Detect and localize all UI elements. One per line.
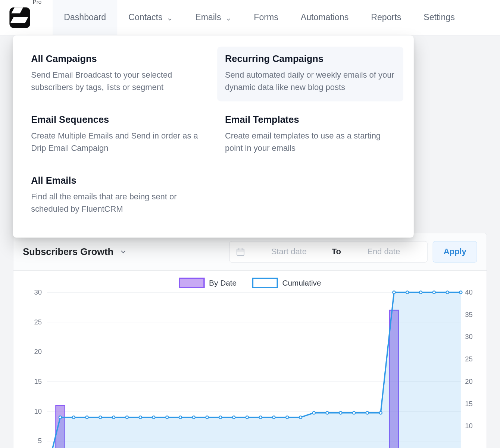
emails-dropdown: All CampaignsSend Email Broadcast to you… [13,35,414,238]
svg-text:5: 5 [38,437,42,445]
svg-text:30: 30 [34,290,42,296]
card-title-select[interactable]: Subscribers Growth [23,246,127,258]
svg-point-32 [139,416,141,419]
svg-point-31 [126,416,128,419]
svg-point-45 [313,411,315,414]
svg-text:15: 15 [465,400,473,408]
svg-point-29 [99,416,101,419]
svg-point-35 [179,416,182,419]
svg-text:10: 10 [465,422,473,430]
nav-contacts[interactable]: Contacts [117,0,184,35]
legend-label: Cumulative [282,279,321,287]
dropdown-item-title: Email Templates [225,114,396,125]
svg-rect-0 [237,249,244,255]
nav-dashboard[interactable]: Dashboard [53,0,117,35]
nav-emails[interactable]: Emails [184,0,243,35]
svg-text:10: 10 [34,407,42,415]
dropdown-item[interactable]: All CampaignsSend Email Broadcast to you… [23,47,209,102]
dropdown-item-title: All Emails [31,175,201,186]
dropdown-item-title: All Campaigns [31,53,201,65]
logo-icon [9,7,30,28]
svg-text:25: 25 [465,355,473,363]
dropdown-item-title: Email Sequences [31,114,201,125]
date-range-row: To Apply [229,241,477,263]
legend-label: By Date [209,279,237,287]
legend-swatch-line [252,278,278,288]
dropdown-item-desc: Create Multiple Emails and Send in order… [31,130,201,155]
dropdown-item[interactable]: Email TemplatesCreate email templates to… [217,108,403,162]
svg-point-43 [286,416,288,419]
dropdown-item[interactable]: Email SequencesCreate Multiple Emails an… [23,108,209,162]
chart-area: 5101520253010152025303540 [13,290,487,448]
svg-point-46 [326,411,328,414]
nav-label: Automations [301,12,349,22]
svg-point-39 [232,416,235,419]
svg-point-52 [406,291,409,293]
nav-reports[interactable]: Reports [360,0,412,35]
dropdown-item[interactable]: All EmailsFind all the emails that are b… [23,168,209,223]
svg-point-36 [193,416,195,419]
nav-automations[interactable]: Automations [290,0,360,35]
start-date-input[interactable] [248,247,330,257]
svg-point-30 [112,416,115,419]
svg-text:15: 15 [34,377,42,385]
dropdown-item-title: Recurring Campaigns [225,53,396,65]
svg-point-38 [219,416,222,419]
date-range-picker[interactable]: To [229,241,428,263]
dropdown-item-desc: Find all the emails that are being sent … [31,191,201,215]
legend-swatch-bar [179,278,204,288]
svg-point-49 [366,411,369,414]
date-to-label: To [330,247,343,256]
svg-point-56 [459,291,462,293]
svg-point-48 [353,411,355,414]
plan-badge: Pro [33,0,41,5]
chevron-down-icon [119,248,127,256]
svg-point-28 [85,416,88,419]
chart-legend: By Date Cumulative [13,271,487,290]
svg-text:25: 25 [34,318,42,326]
svg-point-54 [433,291,435,293]
card-title: Subscribers Growth [23,246,113,258]
nav-label: Emails [195,12,221,22]
svg-text:40: 40 [465,290,473,296]
nav-label: Forms [254,12,278,22]
legend-cumulative[interactable]: Cumulative [252,278,321,288]
card-header: Subscribers Growth To Apply [13,233,487,271]
svg-text:20: 20 [465,377,473,385]
dropdown-item-desc: Send Email Broadcast to your selected su… [31,69,201,94]
svg-point-26 [59,416,62,419]
svg-point-50 [379,411,382,414]
svg-point-41 [259,416,262,419]
svg-point-37 [206,416,208,419]
top-nav: Pro DashboardContactsEmailsFormsAutomati… [0,0,500,35]
svg-point-33 [152,416,155,419]
chevron-down-icon [225,15,231,21]
svg-point-44 [299,416,302,419]
svg-point-51 [393,291,395,293]
apply-button[interactable]: Apply [433,241,477,263]
svg-text:20: 20 [34,348,42,355]
nav-forms[interactable]: Forms [243,0,290,35]
end-date-input[interactable] [343,247,424,257]
svg-text:35: 35 [465,311,473,318]
subscribers-growth-card: Subscribers Growth To Apply [13,233,487,448]
calendar-icon [236,247,245,256]
svg-point-40 [246,416,249,419]
subscribers-chart: 5101520253010152025303540 [13,290,487,448]
nav-label: Settings [424,12,454,22]
legend-by-date[interactable]: By Date [179,278,237,288]
svg-point-34 [166,416,168,419]
svg-point-47 [339,411,342,414]
dropdown-item-desc: Send automated daily or weekly emails of… [225,69,396,94]
dropdown-item[interactable]: Recurring CampaignsSend automated daily … [217,47,403,102]
nav-settings[interactable]: Settings [412,0,466,35]
brand: Pro [9,7,41,28]
nav-label: Reports [371,12,401,22]
svg-text:30: 30 [465,333,473,340]
nav-label: Dashboard [64,12,106,22]
svg-point-42 [272,416,275,419]
nav-label: Contacts [128,12,162,22]
svg-point-53 [419,291,422,293]
dropdown-item-desc: Create email templates to use as a start… [225,130,396,155]
svg-point-55 [446,291,449,293]
